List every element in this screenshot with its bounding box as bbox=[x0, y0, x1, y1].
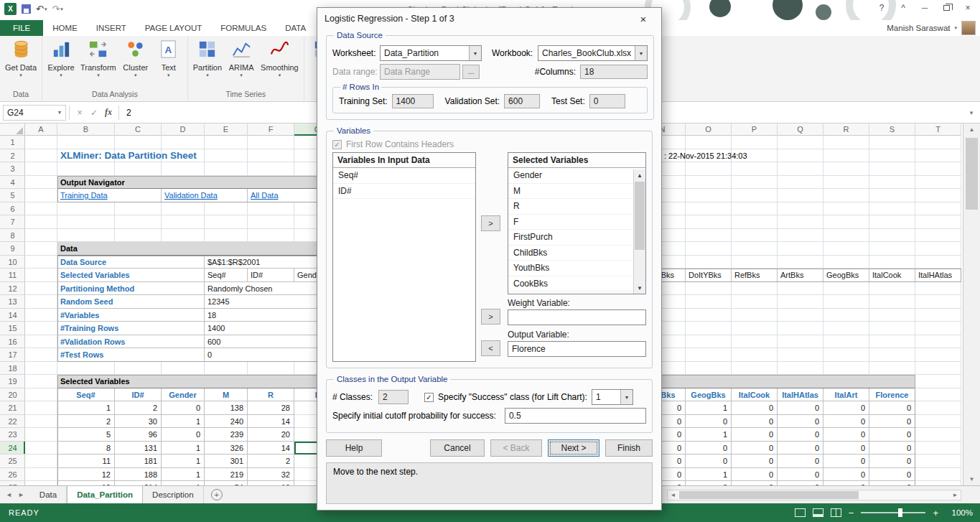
ribbon-button-transform[interactable]: Transform▾ bbox=[78, 37, 119, 78]
row-header-19[interactable]: 19 bbox=[0, 375, 25, 388]
row-header-12[interactable]: 12 bbox=[0, 282, 25, 296]
vertical-scrollbar[interactable]: ▲ ▼ bbox=[963, 123, 980, 485]
move-to-selected-button[interactable]: > bbox=[481, 215, 500, 231]
chevron-down-icon[interactable]: ▾ bbox=[45, 6, 47, 12]
row-header-2[interactable]: 2 bbox=[0, 149, 25, 163]
ribbon-button-partition[interactable]: Partition▾ bbox=[190, 37, 225, 78]
help-button[interactable]: Help bbox=[326, 439, 382, 457]
zoom-level[interactable]: 100% bbox=[946, 508, 973, 517]
view-normal-button[interactable] bbox=[795, 508, 806, 517]
scroll-down-icon[interactable]: ▼ bbox=[634, 282, 645, 294]
next-button[interactable]: Next > bbox=[548, 439, 599, 457]
cancel-button[interactable]: Cancel bbox=[430, 439, 485, 457]
ribbon-button-get-data[interactable]: Get Data▾ bbox=[2, 37, 39, 78]
row-header-17[interactable]: 17 bbox=[0, 348, 25, 362]
row-header-25[interactable]: 25 bbox=[0, 455, 25, 468]
chevron-down-icon[interactable]: ▼ bbox=[469, 46, 481, 60]
help-icon[interactable]: ? bbox=[871, 0, 892, 16]
restore-icon[interactable] bbox=[935, 0, 957, 16]
list-scrollbar[interactable]: ▲ ▼ bbox=[633, 169, 645, 294]
sheet-tab-description[interactable]: Description bbox=[143, 486, 204, 503]
row-header-24[interactable]: 24 bbox=[0, 442, 25, 455]
row-header-4[interactable]: 4 bbox=[0, 176, 25, 190]
column-header-T[interactable]: T bbox=[915, 123, 961, 136]
minimize-icon[interactable]: ─ bbox=[914, 0, 935, 16]
close-icon[interactable]: × bbox=[633, 13, 654, 25]
browse-button[interactable]: ... bbox=[462, 65, 480, 79]
list-item-gender[interactable]: Gender bbox=[508, 168, 633, 184]
dialog-titlebar[interactable]: Logistic Regression - Step 1 of 3 × bbox=[317, 8, 661, 29]
cancel-entry-icon[interactable]: × bbox=[73, 108, 87, 118]
tab-file[interactable]: FILE bbox=[0, 20, 43, 36]
scroll-up-icon[interactable]: ▲ bbox=[963, 123, 980, 136]
insert-function-icon[interactable]: fx bbox=[101, 107, 116, 118]
list-item-r[interactable]: R bbox=[508, 199, 633, 215]
output-variable-input[interactable]: Florence bbox=[508, 341, 646, 357]
list-scroll-thumb[interactable] bbox=[635, 182, 645, 250]
chevron-down-icon[interactable]: ▾ bbox=[954, 25, 957, 31]
ribbon-button-explore[interactable]: Explore▾ bbox=[45, 37, 78, 78]
row-header-9[interactable]: 9 bbox=[0, 242, 25, 256]
finish-button[interactable]: Finish bbox=[605, 439, 653, 457]
row-header-8[interactable]: 8 bbox=[0, 229, 25, 243]
row-header-13[interactable]: 13 bbox=[0, 295, 25, 309]
horizontal-scroll-thumb[interactable] bbox=[679, 491, 859, 499]
scroll-up-icon[interactable]: ▲ bbox=[634, 169, 645, 181]
undo-button[interactable]: ↶▾ bbox=[36, 4, 47, 14]
row-header-5[interactable]: 5 bbox=[0, 189, 25, 202]
list-item-childbks[interactable]: ChildBks bbox=[508, 246, 633, 261]
column-header-Q[interactable]: Q bbox=[778, 123, 823, 136]
row-header-7[interactable]: 7 bbox=[0, 215, 25, 229]
weight-variable-input[interactable] bbox=[508, 309, 646, 325]
selected-variables-listbox[interactable]: Selected Variables GenderMRFFirstPurchCh… bbox=[508, 152, 646, 294]
column-header-R[interactable]: R bbox=[823, 123, 869, 136]
expand-formula-bar-icon[interactable]: ▾ bbox=[963, 109, 980, 116]
user-account[interactable]: Manish Saraswat ▾ bbox=[887, 20, 976, 36]
column-header-E[interactable]: E bbox=[205, 123, 248, 136]
ribbon-tab-data[interactable]: DATA bbox=[276, 20, 315, 36]
move-to-weight-button[interactable]: > bbox=[481, 309, 500, 325]
success-class-checkbox[interactable]: ✓ bbox=[424, 393, 434, 402]
list-item-youthbks[interactable]: YouthBks bbox=[508, 261, 633, 276]
sheet-tab-data[interactable]: Data bbox=[30, 486, 67, 503]
success-class-dropdown[interactable]: 1 ▼ bbox=[592, 389, 633, 405]
horizontal-scrollbar[interactable]: ◄ ► bbox=[667, 490, 961, 500]
column-header-C[interactable]: C bbox=[115, 123, 162, 136]
zoom-thumb[interactable] bbox=[898, 508, 902, 517]
row-header-23[interactable]: 23 bbox=[0, 428, 25, 442]
scroll-down-icon[interactable]: ▼ bbox=[963, 473, 980, 485]
ribbon-tab-home[interactable]: HOME bbox=[43, 20, 87, 36]
input-variables-listbox[interactable]: Variables In Input Data Seq#ID# bbox=[332, 152, 476, 362]
row-header-11[interactable]: 11 bbox=[0, 269, 25, 282]
prev-sheet-icon[interactable]: ◄ bbox=[6, 491, 12, 498]
row-header-21[interactable]: 21 bbox=[0, 401, 25, 415]
workbook-dropdown[interactable]: Charles_BookClub.xlsx ▼ bbox=[538, 45, 648, 61]
column-header-S[interactable]: S bbox=[869, 123, 915, 136]
row-header-18[interactable]: 18 bbox=[0, 362, 25, 376]
row-header-14[interactable]: 14 bbox=[0, 309, 25, 322]
ribbon-button-text[interactable]: AText▾ bbox=[152, 37, 185, 78]
row-header-10[interactable]: 10 bbox=[0, 256, 25, 269]
column-header-P[interactable]: P bbox=[732, 123, 778, 136]
chevron-down-icon[interactable]: ▾ bbox=[60, 6, 63, 12]
remove-output-button[interactable]: < bbox=[481, 340, 500, 356]
add-sheet-button[interactable]: + bbox=[211, 489, 223, 500]
row-header-22[interactable]: 22 bbox=[0, 415, 25, 429]
worksheet-dropdown[interactable]: Data_Partition ▼ bbox=[380, 45, 482, 61]
row-header-16[interactable]: 16 bbox=[0, 335, 25, 349]
row-header-1[interactable]: 1 bbox=[0, 136, 25, 149]
redo-button[interactable]: ↷▾ bbox=[52, 4, 62, 14]
row-header-26[interactable]: 26 bbox=[0, 468, 25, 482]
cell-D5[interactable]: Validation Data bbox=[162, 189, 248, 202]
view-page-break-button[interactable] bbox=[831, 508, 841, 517]
row-header-15[interactable]: 15 bbox=[0, 322, 25, 335]
ribbon-button-cluster[interactable]: Cluster▾ bbox=[119, 37, 152, 78]
cutoff-input[interactable]: 0.5 bbox=[505, 408, 646, 424]
close-icon[interactable]: × bbox=[957, 0, 979, 16]
ribbon-button-arima[interactable]: ARIMA▾ bbox=[225, 37, 258, 78]
sheet-tab-data-partition[interactable]: Data_Partition bbox=[67, 486, 143, 503]
view-page-layout-button[interactable] bbox=[813, 508, 823, 517]
chevron-down-icon[interactable]: ▼ bbox=[635, 46, 647, 60]
ribbon-display-options-icon[interactable]: ^ bbox=[892, 0, 914, 16]
chevron-down-icon[interactable]: ▼ bbox=[620, 390, 633, 404]
